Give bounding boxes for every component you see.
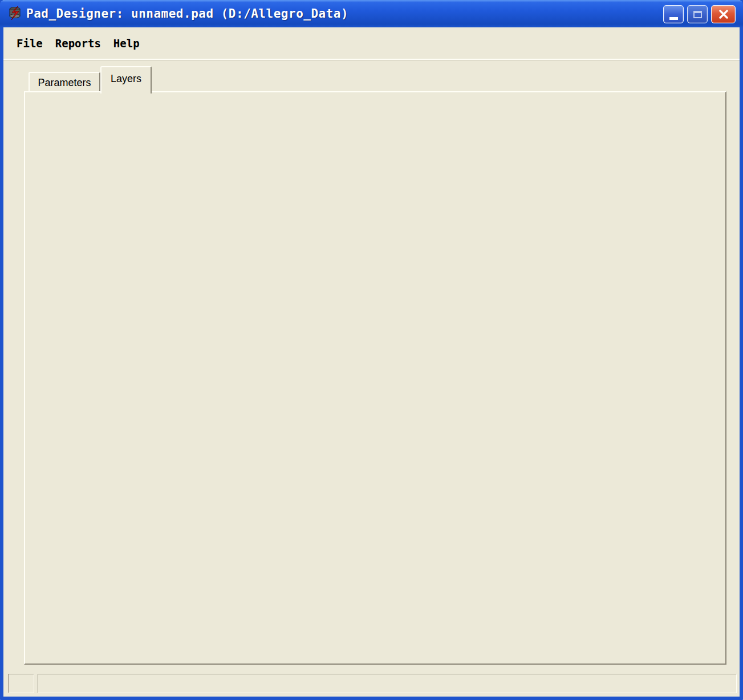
minimize-button[interactable] [663, 5, 684, 23]
tab-parameters[interactable]: Parameters [29, 72, 100, 92]
layers-tab-panel [24, 91, 726, 665]
menu-help[interactable]: Help [107, 35, 146, 52]
tab-layers[interactable]: Layers [100, 66, 152, 93]
menu-bar: File Reports Help [3, 27, 740, 60]
minimize-icon [669, 17, 678, 20]
menu-file[interactable]: File [10, 35, 49, 52]
title-bar[interactable]: Pad_Designer: unnamed.pad (D:/Allegro_Da… [0, 0, 743, 27]
menu-reports[interactable]: Reports [49, 35, 107, 52]
close-icon [718, 9, 729, 19]
status-bar-cell [8, 674, 34, 693]
maximize-icon [693, 11, 702, 18]
status-bar-message [38, 674, 737, 693]
pad-designer-window: Pad_Designer: unnamed.pad (D:/Allegro_Da… [0, 0, 743, 700]
close-button[interactable] [711, 5, 736, 23]
maximize-button[interactable] [687, 5, 708, 23]
app-icon[interactable] [7, 5, 23, 21]
window-title: Pad_Designer: unnamed.pad (D:/Allegro_Da… [26, 7, 348, 21]
